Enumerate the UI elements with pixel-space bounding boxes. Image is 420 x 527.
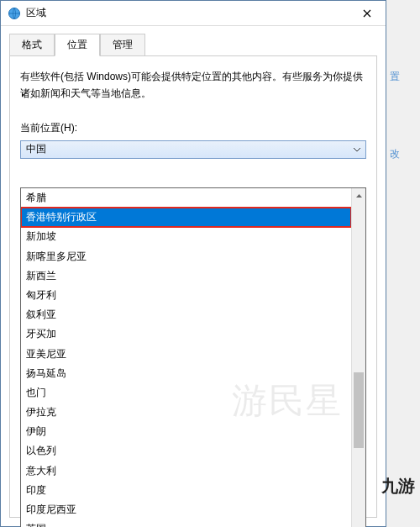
scrollbar-track[interactable] xyxy=(352,203,365,527)
dropdown-item[interactable]: 伊朗 xyxy=(21,422,351,441)
dropdown-item[interactable]: 扬马延岛 xyxy=(21,364,351,383)
dropdown-item[interactable]: 新西兰 xyxy=(21,266,351,286)
scroll-up-icon[interactable] xyxy=(352,188,366,203)
background-text: 置 改 xyxy=(386,50,420,219)
location-combobox[interactable]: 中国 xyxy=(20,140,366,159)
dropdown-item[interactable]: 新加坡 xyxy=(21,227,351,246)
dropdown-item[interactable]: 印度尼西亚 xyxy=(21,500,351,519)
dropdown-item[interactable]: 希腊 xyxy=(21,188,351,208)
tab-bar: 格式 位置 管理 xyxy=(1,26,386,55)
dropdown-item[interactable]: 牙买加 xyxy=(21,324,351,344)
brand-text: 九游 xyxy=(381,475,415,498)
tab-location[interactable]: 位置 xyxy=(55,34,100,56)
dropdown-item[interactable]: 伊拉克 xyxy=(21,403,351,422)
dropdown-item[interactable]: 以色列 xyxy=(21,441,351,461)
dropdown-item[interactable]: 匈牙利 xyxy=(21,286,351,305)
dropdown-item[interactable]: 亚美尼亚 xyxy=(21,345,351,364)
dropdown-item[interactable]: 也门 xyxy=(21,383,351,403)
chevron-down-icon xyxy=(350,144,363,156)
dropdown-item[interactable]: 香港特别行政区 xyxy=(21,208,351,227)
tab-admin[interactable]: 管理 xyxy=(100,34,145,56)
location-panel: 有些软件(包括 Windows)可能会提供特定位置的其他内容。有些服务为你提供诸… xyxy=(9,55,377,518)
current-location-label: 当前位置(H): xyxy=(20,121,366,135)
dropdown-item[interactable]: 叙利亚 xyxy=(21,305,351,324)
region-dialog: 区域 格式 位置 管理 有些软件(包括 Windows)可能会提供特定位置的其他… xyxy=(0,0,386,527)
dropdown-scrollbar[interactable] xyxy=(351,188,365,527)
close-button[interactable] xyxy=(349,1,386,26)
description-text: 有些软件(包括 Windows)可能会提供特定位置的其他内容。有些服务为你提供诸… xyxy=(20,68,366,103)
dropdown-item[interactable]: 印度 xyxy=(21,481,351,500)
titlebar: 区域 xyxy=(1,1,386,26)
dropdown-item[interactable]: 意大利 xyxy=(21,461,351,481)
globe-icon xyxy=(8,7,21,20)
dropdown-list: 希腊香港特别行政区新加坡新喀里多尼亚新西兰匈牙利叙利亚牙买加亚美尼亚扬马延岛也门… xyxy=(21,188,351,527)
dropdown-item[interactable]: 英国 xyxy=(21,519,351,527)
location-dropdown: 希腊香港特别行政区新加坡新喀里多尼亚新西兰匈牙利叙利亚牙买加亚美尼亚扬马延岛也门… xyxy=(20,187,366,527)
close-icon xyxy=(363,9,371,18)
window-title: 区域 xyxy=(26,6,349,20)
tab-format[interactable]: 格式 xyxy=(9,34,55,56)
scrollbar-thumb[interactable] xyxy=(354,372,364,448)
dropdown-item[interactable]: 新喀里多尼亚 xyxy=(21,247,351,266)
combobox-value: 中国 xyxy=(26,142,46,156)
